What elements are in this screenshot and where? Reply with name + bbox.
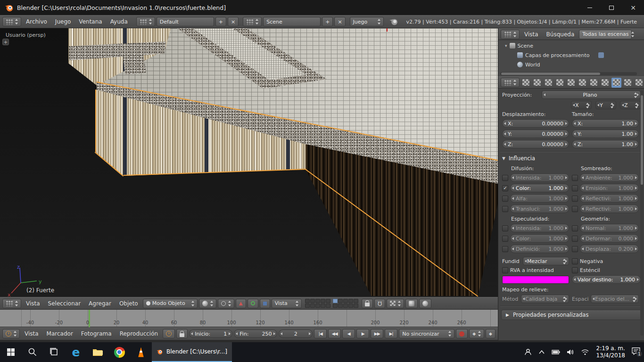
- close-button[interactable]: ×: [622, 0, 644, 15]
- scene-name[interactable]: Scene: [263, 17, 321, 26]
- negative-checkbox[interactable]: [572, 258, 578, 264]
- outliner-item-world[interactable]: World: [501, 60, 644, 69]
- frame-start-field[interactable]: Inicio:1: [189, 329, 232, 338]
- render-layer-image-icon[interactable]: [598, 52, 604, 58]
- tab-particles[interactable]: [623, 78, 633, 88]
- layer-toggle[interactable]: [310, 299, 315, 303]
- menu-vista[interactable]: Vista: [521, 31, 542, 38]
- outliner-item-render-layers[interactable]: Capas de procesamiento: [501, 50, 644, 60]
- specular-color-checkbox[interactable]: [502, 236, 508, 242]
- layer-toggle[interactable]: [354, 304, 358, 308]
- menu-busqueda[interactable]: Búsqueda: [543, 31, 578, 38]
- screen-layout-delete-button[interactable]: ×: [228, 17, 239, 26]
- geometry-normal-slider[interactable]: Normal:1.000: [580, 224, 639, 232]
- tab-world[interactable]: [555, 78, 565, 88]
- viewport-shading-select[interactable]: [199, 299, 216, 308]
- size-z-field[interactable]: Z:1.00: [572, 140, 639, 148]
- tab-object[interactable]: [566, 78, 576, 88]
- transform-orientation-select[interactable]: Vista: [272, 299, 302, 308]
- screen-layout-name[interactable]: Default: [157, 17, 214, 26]
- geometry-warp-checkbox[interactable]: [572, 236, 578, 242]
- menu-seleccionar[interactable]: Seleccionar: [45, 300, 84, 307]
- specular-intensity-checkbox[interactable]: [502, 225, 508, 231]
- pivot-point-select[interactable]: [218, 299, 234, 308]
- play-button[interactable]: ▶: [356, 329, 369, 338]
- size-y-field[interactable]: Y:1.00: [572, 130, 639, 138]
- outliner-item-scene[interactable]: ▾ Scene: [501, 41, 644, 50]
- diffuse-color-slider[interactable]: Color:1.000: [510, 184, 569, 192]
- tab-scene[interactable]: [544, 78, 553, 88]
- screen-layout-browse-button[interactable]: [136, 17, 155, 26]
- shading-mirror-slider[interactable]: Reflectivi:1.000: [580, 194, 639, 203]
- outliner-display-filter-select[interactable]: Todas las escenas: [579, 30, 632, 39]
- shading-raymirror-slider[interactable]: Reflectivi:1.000: [580, 205, 639, 213]
- hidden-icons-chevron-icon[interactable]: [538, 350, 545, 354]
- default-value-slider[interactable]: Valor destino:1.000: [572, 275, 641, 284]
- geometry-normal-checkbox[interactable]: [572, 225, 578, 231]
- editor-type-button[interactable]: [2, 329, 20, 338]
- chrome-taskbar-button[interactable]: [108, 342, 130, 362]
- menu-reproduccion[interactable]: Reproducción: [116, 330, 162, 337]
- layer-toggle[interactable]: [321, 304, 325, 308]
- snap-element-select[interactable]: [387, 299, 404, 308]
- layer-toggle[interactable]: [315, 304, 320, 308]
- rgb-to-intensity-checkbox[interactable]: [502, 267, 508, 273]
- shading-emit-slider[interactable]: Emisión:1.000: [580, 184, 639, 192]
- lock-to-scene-button[interactable]: [362, 299, 373, 308]
- layer-toggle[interactable]: [315, 299, 320, 303]
- diffuse-translucency-checkbox[interactable]: [502, 206, 508, 212]
- menu-ventana[interactable]: Ventana: [75, 18, 105, 25]
- auto-keyframe-button[interactable]: [456, 329, 468, 338]
- snap-toggle-button[interactable]: Ω: [374, 299, 385, 308]
- use-preview-range-button[interactable]: [163, 329, 175, 338]
- shading-ambient-checkbox[interactable]: [572, 175, 578, 181]
- menu-archivo[interactable]: Archivo: [23, 18, 50, 25]
- influence-panel-header[interactable]: ▼Influencia: [502, 155, 641, 162]
- layer-toggle[interactable]: [343, 304, 348, 308]
- specular-color-slider[interactable]: Color:1.000: [510, 234, 569, 243]
- diffuse-alpha-checkbox[interactable]: [502, 196, 508, 202]
- axis-x-select[interactable]: X: [571, 101, 592, 109]
- offset-z-field[interactable]: Z:0.00000: [502, 140, 569, 148]
- editor-type-button[interactable]: [2, 17, 21, 26]
- diffuse-color-checkbox[interactable]: ✓: [502, 185, 508, 191]
- scene-add-button[interactable]: +: [322, 17, 333, 26]
- file-explorer-button[interactable]: [87, 342, 108, 362]
- wifi-icon[interactable]: [581, 349, 589, 355]
- keying-set-select[interactable]: ◆: [469, 329, 484, 338]
- shading-mirror-checkbox[interactable]: [572, 196, 578, 202]
- render-engine-select[interactable]: Juego: [350, 17, 384, 26]
- blender-taskbar-button[interactable]: Blender [C:\Users\r...]: [152, 342, 232, 362]
- geometry-displace-checkbox[interactable]: [572, 246, 578, 252]
- layer-toggle[interactable]: [354, 299, 358, 303]
- manipulator-scale-button[interactable]: [260, 299, 270, 308]
- editor-type-button[interactable]: [501, 30, 520, 39]
- menu-vista[interactable]: Vista: [21, 330, 42, 337]
- projection-select[interactable]: Plano: [542, 90, 641, 99]
- axis-z-select[interactable]: Z: [620, 101, 641, 109]
- color-swatch[interactable]: [502, 276, 569, 284]
- shading-emit-checkbox[interactable]: [572, 185, 578, 191]
- tab-physics[interactable]: [634, 78, 644, 88]
- specular-hardness-checkbox[interactable]: [502, 246, 508, 252]
- scene-browse-button[interactable]: [243, 17, 262, 26]
- insert-keyframe-button[interactable]: ◆: [486, 329, 495, 338]
- axis-y-select[interactable]: Y: [595, 101, 616, 109]
- frame-end-field[interactable]: Fin:250: [234, 329, 277, 338]
- layer-toggle[interactable]: [305, 299, 310, 303]
- diffuse-translucency-slider[interactable]: Transluci:1.000: [510, 205, 569, 213]
- av-sync-select[interactable]: No sincronizar: [399, 329, 454, 338]
- shading-raymirror-checkbox[interactable]: [572, 206, 578, 212]
- bump-space-select[interactable]: Espacio del...: [591, 295, 639, 303]
- properties-vertical-scrollbar[interactable]: [640, 90, 644, 336]
- layer-toggle[interactable]: [321, 299, 325, 303]
- layer-toggle[interactable]: [343, 299, 348, 303]
- specular-hardness-slider[interactable]: Definició:1.000: [510, 245, 569, 253]
- current-frame-field[interactable]: 2: [279, 329, 313, 338]
- manipulator-rotate-button[interactable]: [248, 299, 258, 308]
- disclosure-triangle-icon[interactable]: ▾: [505, 43, 507, 48]
- opengl-render-button[interactable]: [405, 299, 418, 308]
- diffuse-intensity-checkbox[interactable]: [502, 175, 508, 181]
- stencil-checkbox[interactable]: [572, 267, 578, 273]
- viewport-3d[interactable]: Usuario (persp) + y z x (2) Fuerte: [0, 28, 498, 297]
